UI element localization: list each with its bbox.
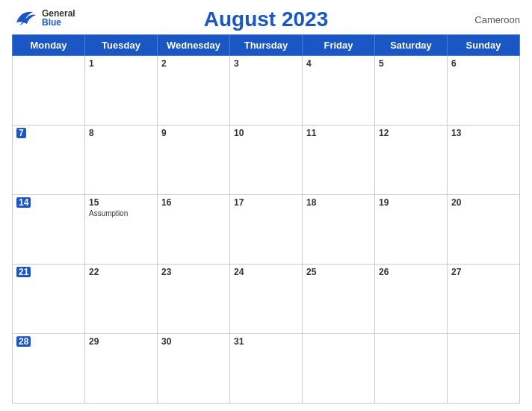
week-row-4: 21222324252627 bbox=[13, 265, 520, 334]
calendar-cell bbox=[375, 334, 448, 404]
date-number: 21 bbox=[16, 267, 31, 277]
date-number: 8 bbox=[89, 128, 153, 138]
date-number: 2 bbox=[161, 58, 226, 69]
week-row-5: 28293031 bbox=[13, 334, 520, 404]
calendar-cell: 10 bbox=[230, 126, 303, 195]
calendar-cell: 26 bbox=[375, 265, 448, 334]
calendar-cell: 7 bbox=[13, 126, 85, 195]
calendar-cell: 30 bbox=[158, 334, 230, 404]
date-number: 5 bbox=[379, 58, 443, 69]
date-number: 7 bbox=[16, 128, 26, 138]
calendar-cell bbox=[448, 334, 520, 404]
date-number: 16 bbox=[161, 197, 226, 208]
calendar-cell: 28 bbox=[13, 334, 85, 404]
date-number: 22 bbox=[89, 267, 153, 277]
calendar-cell: 1 bbox=[85, 56, 158, 126]
date-number: 3 bbox=[234, 58, 298, 69]
calendar-cell: 9 bbox=[158, 126, 230, 195]
date-number: 18 bbox=[306, 197, 371, 208]
date-number: 27 bbox=[451, 267, 516, 277]
calendar-cell: 23 bbox=[158, 265, 230, 334]
calendar-cell: 4 bbox=[303, 56, 375, 126]
week-row-3: 1415Assumption1617181920 bbox=[13, 195, 520, 265]
date-number: 20 bbox=[451, 197, 516, 208]
date-number: 15 bbox=[89, 197, 153, 208]
weekday-header-saturday: Saturday bbox=[375, 35, 448, 56]
calendar-cell: 18 bbox=[303, 195, 375, 265]
weekday-header-wednesday: Wednesday bbox=[158, 35, 230, 56]
date-number: 29 bbox=[89, 336, 153, 347]
weekday-header-friday: Friday bbox=[303, 35, 375, 56]
date-number: 6 bbox=[451, 58, 516, 69]
date-number: 24 bbox=[234, 267, 298, 277]
calendar-cell: 6 bbox=[448, 56, 520, 126]
date-number: 30 bbox=[161, 336, 226, 347]
calendar-cell: 21 bbox=[13, 265, 85, 334]
calendar-title: August 2023 bbox=[204, 7, 329, 31]
calendar-cell: 11 bbox=[303, 126, 375, 195]
date-number: 12 bbox=[379, 128, 443, 138]
calendar-cell: 16 bbox=[158, 195, 230, 265]
weekday-header-thursday: Thursday bbox=[230, 35, 303, 56]
calendar-cell: 13 bbox=[448, 126, 520, 195]
date-number: 9 bbox=[161, 128, 226, 138]
calendar-cell bbox=[13, 56, 85, 126]
calendar-cell: 17 bbox=[230, 195, 303, 265]
calendar-cell: 14 bbox=[13, 195, 85, 265]
calendar-cell bbox=[303, 334, 375, 404]
calendar-cell: 8 bbox=[85, 126, 158, 195]
logo-blue: Blue bbox=[42, 18, 75, 27]
weekday-header-monday: Monday bbox=[13, 35, 85, 56]
holiday-label: Assumption bbox=[89, 209, 153, 217]
weekday-header-row: MondayTuesdayWednesdayThursdayFridaySatu… bbox=[13, 35, 520, 56]
logo-text: General Blue bbox=[42, 9, 75, 27]
calendar-cell: 19 bbox=[375, 195, 448, 265]
date-number: 31 bbox=[234, 336, 298, 347]
weekday-header-tuesday: Tuesday bbox=[85, 35, 158, 56]
calendar-cell: 3 bbox=[230, 56, 303, 126]
date-number: 13 bbox=[451, 128, 516, 138]
calendar-cell: 15Assumption bbox=[85, 195, 158, 265]
date-number: 10 bbox=[234, 128, 298, 138]
date-number: 28 bbox=[16, 336, 31, 347]
date-number: 4 bbox=[306, 58, 371, 69]
date-number: 14 bbox=[16, 197, 31, 208]
logo-area: General Blue bbox=[12, 7, 75, 28]
calendar-cell: 31 bbox=[230, 334, 303, 404]
calendar-table: MondayTuesdayWednesdayThursdayFridaySatu… bbox=[12, 34, 520, 404]
calendar-header: General Blue August 2023 Cameroon bbox=[12, 7, 520, 31]
calendar-cell: 27 bbox=[448, 265, 520, 334]
calendar-cell: 29 bbox=[85, 334, 158, 404]
date-number: 26 bbox=[379, 267, 443, 277]
week-row-1: 123456 bbox=[13, 56, 520, 126]
week-row-2: 78910111213 bbox=[13, 126, 520, 195]
calendar-cell: 25 bbox=[303, 265, 375, 334]
date-number: 19 bbox=[379, 197, 443, 208]
date-number: 1 bbox=[89, 58, 153, 69]
calendar-cell: 12 bbox=[375, 126, 448, 195]
date-number: 23 bbox=[161, 267, 226, 277]
calendar-cell: 24 bbox=[230, 265, 303, 334]
date-number: 17 bbox=[234, 197, 298, 208]
calendar-cell: 2 bbox=[158, 56, 230, 126]
calendar-cell: 5 bbox=[375, 56, 448, 126]
weekday-header-sunday: Sunday bbox=[448, 35, 520, 56]
calendar-cell: 20 bbox=[448, 195, 520, 265]
date-number: 25 bbox=[306, 267, 371, 277]
country-label: Cameroon bbox=[474, 14, 520, 25]
calendar-cell: 22 bbox=[85, 265, 158, 334]
logo-bird-icon bbox=[12, 7, 39, 28]
date-number: 11 bbox=[306, 128, 371, 138]
